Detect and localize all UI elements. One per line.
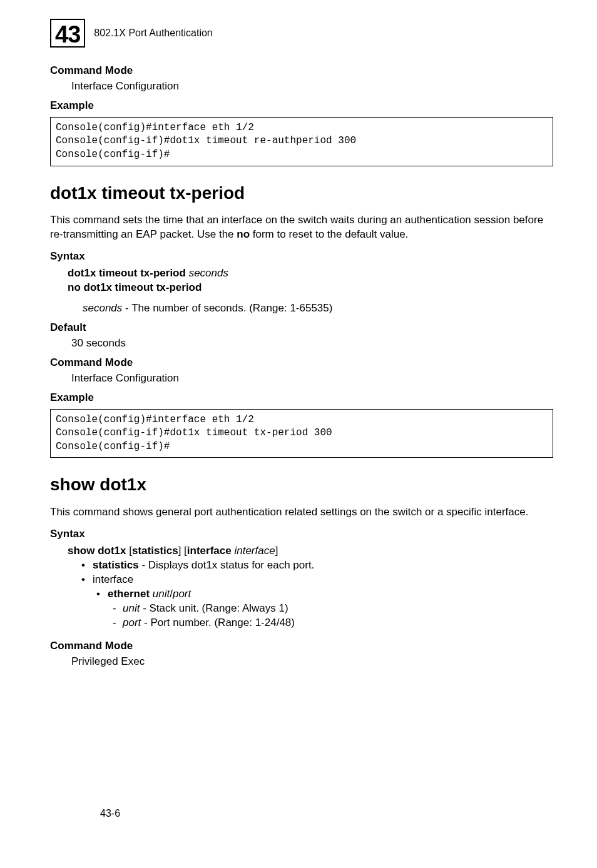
param-italic: seconds [83, 302, 122, 314]
syntax-text: ] [275, 545, 278, 557]
sub-list: ethernet unit/port unit - Stack unit. (R… [108, 587, 553, 630]
page-number: 43-6 [100, 807, 120, 820]
syntax-param: seconds - The number of seconds. (Range:… [83, 301, 553, 316]
code-example: Console(config)#interface eth 1/2 Consol… [50, 409, 553, 458]
desc-text: form to reset to the default value. [250, 228, 408, 240]
syntax-line: no dot1x timeout tx-period [68, 281, 553, 295]
item-bold: statistics [93, 559, 139, 571]
syntax-text: ] [ [178, 545, 187, 557]
syntax-block: show dot1x [statistics] [interface inter… [68, 544, 553, 630]
default-heading: Default [50, 321, 553, 335]
chapter-title: 802.1X Port Authentication [94, 26, 212, 40]
dash-list: unit - Stack unit. (Range: Always 1) por… [123, 602, 553, 630]
chapter-number: 43 [55, 23, 80, 46]
command-mode-text: Privileged Exec [71, 655, 553, 669]
syntax-heading: Syntax [50, 527, 553, 542]
section-description: This command shows general port authenti… [50, 505, 553, 520]
syntax-bold: dot1x timeout tx-period [68, 267, 186, 279]
syntax-italic: seconds [186, 267, 228, 279]
list-item: interface ethernet unit/port unit - Stac… [93, 573, 553, 630]
item-italic: port [173, 588, 191, 600]
list-item: ethernet unit/port unit - Stack unit. (R… [108, 587, 553, 630]
item-text: - Stack unit. (Range: Always 1) [140, 602, 288, 614]
syntax-text: [ [126, 545, 132, 557]
item-italic: port [123, 617, 141, 628]
syntax-line: show dot1x [statistics] [interface inter… [68, 544, 553, 558]
item-bold: ethernet [108, 588, 150, 600]
syntax-italic: interface [234, 545, 275, 557]
desc-bold: no [237, 228, 250, 240]
syntax-line: dot1x timeout tx-period seconds [68, 266, 553, 281]
chapter-header: 43 802.1X Port Authentication [50, 19, 553, 48]
section-title: dot1x timeout tx-period [50, 181, 553, 205]
param-text: - The number of seconds. (Range: 1-65535… [122, 302, 332, 314]
command-mode-text: Interface Configuration [71, 79, 553, 94]
command-mode-heading: Command Mode [50, 639, 553, 654]
list-item: unit - Stack unit. (Range: Always 1) [123, 602, 553, 616]
section-description: This command sets the time that an inter… [50, 213, 553, 242]
syntax-bold: show dot1x [68, 545, 126, 557]
item-italic: unit [123, 602, 140, 614]
example-heading: Example [50, 391, 553, 405]
command-mode-heading: Command Mode [50, 356, 553, 370]
syntax-bold: interface [187, 545, 232, 557]
default-text: 30 seconds [71, 336, 553, 351]
syntax-heading: Syntax [50, 250, 553, 264]
example-heading: Example [50, 99, 553, 113]
command-mode-text: Interface Configuration [71, 371, 553, 386]
section-title: show dot1x [50, 473, 553, 497]
syntax-bullets: statistics - Displays dot1x status for e… [93, 558, 553, 630]
syntax-bold: statistics [132, 545, 178, 557]
command-mode-heading: Command Mode [50, 64, 553, 78]
syntax-block: dot1x timeout tx-period seconds no dot1x… [68, 266, 553, 316]
item-text: interface [93, 573, 133, 585]
chapter-badge: 43 [50, 19, 85, 48]
item-text: - Port number. (Range: 1-24/48) [141, 617, 295, 628]
list-item: port - Port number. (Range: 1-24/48) [123, 616, 553, 630]
item-text: - Displays dot1x status for each port. [139, 559, 315, 571]
code-example: Console(config)#interface eth 1/2 Consol… [50, 117, 553, 166]
item-italic: unit [150, 588, 170, 600]
list-item: statistics - Displays dot1x status for e… [93, 558, 553, 573]
